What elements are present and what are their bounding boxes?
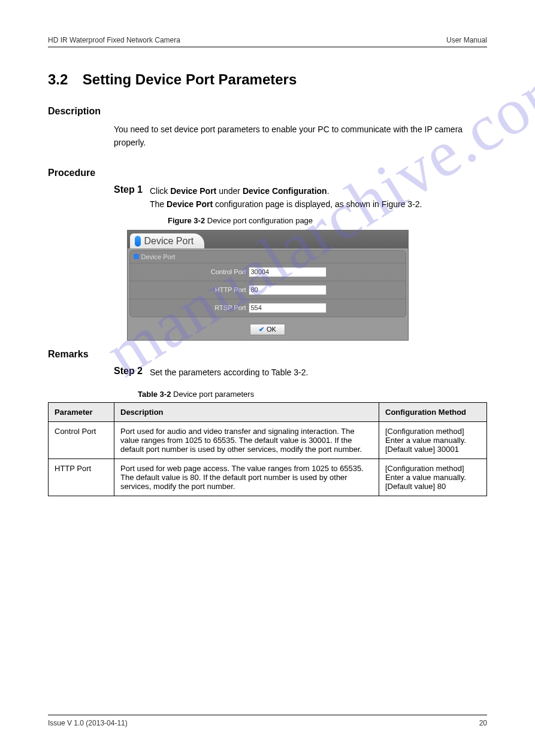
cell-param: Control Port [49,421,114,459]
row-rtsp-port: RTSP Port [130,299,406,317]
cell-method: [Configuration method] Enter a value man… [379,459,487,496]
device-port-dialog: Device Port Device Port Control Port HTT… [127,230,409,341]
rtsp-port-label: RTSP Port [135,304,249,311]
remarks-heading: Remarks [48,349,487,360]
params-table: Parameter Description Configuration Meth… [48,402,487,496]
section-heading: 3.2 Setting Device Port Parameters [48,71,487,88]
th-config-method: Configuration Method [379,402,487,421]
figure-label-num: Figure 3-2 [168,216,205,225]
step-2: Step 2 Set the parameters according to T… [114,366,487,379]
table-row: Control Port Port used for audio and vid… [49,421,487,459]
t: configuration page is displayed, as show… [213,199,422,209]
t: under [216,186,243,196]
step-1-label: Step 1 [114,184,150,211]
cell-param: HTTP Port [49,459,114,496]
dialog-tab-bar: Device Port [128,230,408,248]
step-1-text: Click Device Port under Device Configura… [150,184,487,211]
step-1: Step 1 Click Device Port under Device Co… [114,184,487,211]
section-title: Setting Device Port Parameters [83,71,297,87]
t: Device Port [170,186,216,196]
row-http-port: HTTP Port [130,281,406,299]
procedure-heading: Procedure [48,168,487,178]
tab-label: Device Port [144,236,194,247]
rtsp-port-input[interactable] [249,303,327,313]
table-label-text: Device port parameters [173,390,254,399]
table-row: HTTP Port Port used for web page access.… [49,459,487,496]
page-footer: Issue V 1.0 (2013-04-11) 20 [48,715,487,727]
header-left: HD IR Waterproof Fixed Network Camera [48,36,180,44]
step-2-text: Set the parameters according to Table 3-… [150,366,487,379]
row-control-port: Control Port [130,263,406,281]
group-header[interactable]: Device Port [130,251,406,263]
th-parameter: Parameter [49,402,114,421]
t: Device Configuration [243,186,327,196]
control-port-input[interactable] [249,267,327,277]
page-header: HD IR Waterproof Fixed Network Camera Us… [48,36,487,44]
table-caption: Table 3-2 Device port parameters [138,390,487,399]
table-header-row: Parameter Description Configuration Meth… [49,402,487,421]
ok-button[interactable]: ✔ OK [250,324,285,335]
table-label-num: Table 3-2 [138,390,171,399]
footer-left: Issue V 1.0 (2013-04-11) [48,719,128,727]
cell-method: [Configuration method] Enter a value man… [379,421,487,459]
tab-icon [135,236,141,247]
section-number: 3.2 [48,71,68,87]
description-heading: Description [48,106,487,117]
http-port-input[interactable] [249,285,327,295]
th-description: Description [114,402,379,421]
cell-desc: Port used for audio and video transfer a… [114,421,379,459]
dialog-group: Device Port Control Port HTTP Port RTSP … [129,250,406,317]
figure-caption: Figure 3-2 Device port configuration pag… [168,216,487,225]
t: Click [150,186,170,196]
group-title: Device Port [141,253,176,260]
step-2-label: Step 2 [114,366,150,379]
control-port-label: Control Port [135,268,249,275]
header-right: User Manual [446,36,487,44]
t: Device Port [167,199,213,209]
t: The [150,199,167,209]
tab-device-port[interactable]: Device Port [130,233,205,248]
cell-desc: Port used for web page access. The value… [114,459,379,496]
footer-rule [48,715,487,715]
description-text: You need to set device port parameters t… [114,123,487,150]
figure-label-text: Device port configuration page [207,216,313,225]
dialog-footer: ✔ OK [128,319,408,340]
expand-icon [134,254,139,259]
http-port-label: HTTP Port [135,286,249,293]
ok-label: OK [267,326,276,333]
check-icon: ✔ [259,326,264,333]
header-rule [48,47,487,47]
footer-right: 20 [479,719,487,727]
t: . [327,186,330,196]
